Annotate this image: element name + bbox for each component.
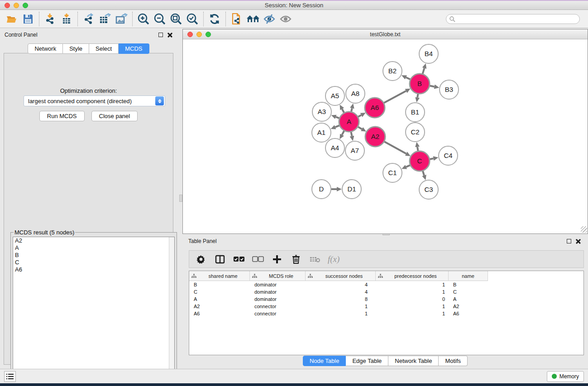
table-row[interactable]: Bdominator41B <box>189 281 583 288</box>
close-network-window-button[interactable] <box>187 32 193 37</box>
tab-motifs[interactable]: Motifs <box>439 356 468 366</box>
edge-A2-C[interactable] <box>384 142 406 153</box>
zoom-fit-button[interactable] <box>168 11 184 27</box>
table-row[interactable]: A6connector11A6 <box>189 310 583 317</box>
import-table-button[interactable] <box>58 11 75 27</box>
column-header-name[interactable]: name <box>449 271 488 281</box>
node-B3[interactable]: B3 <box>440 80 459 99</box>
criterion-dropdown[interactable]: largest connected component (directed) <box>24 95 165 106</box>
open-session-button[interactable] <box>4 11 20 27</box>
node-B2[interactable]: B2 <box>383 62 402 81</box>
edge-B-B1[interactable] <box>417 94 418 98</box>
close-window-button[interactable] <box>5 3 10 8</box>
tab-node-table[interactable]: Node Table <box>303 356 346 366</box>
node-B[interactable]: B <box>410 74 430 94</box>
edge-B-B2[interactable] <box>406 77 410 79</box>
network-canvas[interactable]: B4B2BB3B1A5A8A6A3AA1A4A7A2C2CC4C1C3DD1 <box>184 40 587 232</box>
first-neighbors-button[interactable] <box>245 11 261 27</box>
edge-C-C2[interactable] <box>417 147 418 151</box>
column-header-successor-nodes[interactable]: successor nodes <box>306 271 376 281</box>
float-panel-icon[interactable] <box>158 33 163 37</box>
delete-column-button[interactable] <box>290 253 302 266</box>
mcds-result-item[interactable]: A <box>13 244 174 252</box>
network-from-selection-button[interactable] <box>229 11 245 27</box>
deselect-all-button[interactable] <box>252 253 264 266</box>
tab-style[interactable]: Style <box>63 43 89 54</box>
minimize-network-window-button[interactable] <box>196 32 202 37</box>
node-table[interactable]: shared nameMCDS rolesuccessor nodesprede… <box>189 271 584 355</box>
table-row[interactable]: Adominator80A <box>189 295 583 303</box>
import-network-button[interactable] <box>42 11 58 27</box>
node-B1[interactable]: B1 <box>406 103 425 122</box>
mcds-result-list[interactable]: A2ABCA6 <box>13 237 175 384</box>
export-image-button[interactable] <box>113 11 129 27</box>
table-row[interactable]: A2connector11A2 <box>189 303 583 310</box>
result-scrollbar[interactable] <box>169 237 174 384</box>
mcds-result-item[interactable]: A2 <box>13 237 174 244</box>
edge-B-B3[interactable] <box>430 86 435 87</box>
edge-B-B4[interactable] <box>423 68 425 74</box>
node-A3[interactable]: A3 <box>312 102 331 121</box>
hide-selected-button[interactable] <box>261 11 277 27</box>
float-table-panel-icon[interactable] <box>567 239 571 243</box>
node-C3[interactable]: C3 <box>419 180 438 199</box>
delete-table-button[interactable] <box>309 253 321 266</box>
edge-A-A2[interactable] <box>358 127 362 129</box>
node-C1[interactable]: C1 <box>383 163 402 182</box>
toggle-column-view-button[interactable] <box>214 253 226 266</box>
column-header-predecessor-nodes[interactable]: predecessor nodes <box>376 271 449 281</box>
network-window-controls[interactable] <box>187 32 211 37</box>
node-A5[interactable]: A5 <box>325 86 344 105</box>
zoom-selected-button[interactable] <box>184 11 201 27</box>
window-controls[interactable] <box>5 3 28 8</box>
node-C[interactable]: C <box>410 151 430 171</box>
table-row[interactable]: Cdominator41C <box>189 288 583 295</box>
memory-button[interactable]: Memory <box>547 371 584 382</box>
function-builder-button[interactable]: f(x) <box>328 253 339 266</box>
zoom-network-window-button[interactable] <box>206 32 211 37</box>
close-panel-button[interactable]: Close panel <box>91 111 138 121</box>
search-input[interactable] <box>446 14 580 24</box>
edge-A-A1[interactable] <box>335 125 339 127</box>
edge-C-C3[interactable] <box>423 171 424 176</box>
run-mcds-button[interactable]: Run MCDS <box>39 111 85 121</box>
node-D[interactable]: D <box>312 180 331 199</box>
tab-edge-table[interactable]: Edge Table <box>346 356 388 366</box>
node-A2[interactable]: A2 <box>365 127 385 147</box>
select-all-button[interactable] <box>233 253 245 266</box>
minimize-window-button[interactable] <box>14 3 19 8</box>
show-all-button[interactable] <box>277 11 294 27</box>
node-A7[interactable]: A7 <box>345 141 364 160</box>
tab-mcds[interactable]: MCDS <box>119 43 149 54</box>
edge-A-A6[interactable] <box>358 115 361 117</box>
mcds-result-item[interactable]: C <box>13 259 174 266</box>
mcds-result-item[interactable]: A6 <box>13 266 174 273</box>
edge-A-A3[interactable] <box>336 117 339 118</box>
edge-A-A4[interactable] <box>342 131 344 135</box>
node-A6[interactable]: A6 <box>365 98 385 118</box>
tab-select[interactable]: Select <box>89 43 119 54</box>
tab-network[interactable]: Network <box>28 43 63 54</box>
edge-A-A8[interactable] <box>351 108 352 111</box>
node-A8[interactable]: A8 <box>346 84 365 103</box>
node-A4[interactable]: A4 <box>325 138 344 157</box>
zoom-in-button[interactable] <box>135 11 152 27</box>
create-column-button[interactable] <box>271 253 283 266</box>
close-panel-icon[interactable] <box>167 33 172 38</box>
node-D1[interactable]: D1 <box>342 180 361 199</box>
network-graph[interactable]: B4B2BB3B1A5A8A6A3AA1A4A7A2C2CC4C1C3DD1 <box>184 40 588 233</box>
column-header-MCDS-role[interactable]: MCDS role <box>250 271 306 281</box>
column-header-shared-name[interactable]: shared name <box>189 271 250 281</box>
node-C2[interactable]: C2 <box>406 123 425 142</box>
export-table-button[interactable] <box>97 11 113 27</box>
node-A1[interactable]: A1 <box>312 123 331 142</box>
node-A[interactable]: A <box>339 112 359 132</box>
save-session-button[interactable] <box>20 11 36 27</box>
close-table-panel-icon[interactable] <box>576 239 581 244</box>
zoom-out-button[interactable] <box>152 11 168 27</box>
edge-A-A5[interactable] <box>342 109 344 113</box>
tab-network-table[interactable]: Network Table <box>388 356 439 366</box>
node-B4[interactable]: B4 <box>419 44 438 63</box>
export-network-button[interactable] <box>81 11 97 27</box>
edge-A6-B[interactable] <box>384 91 406 103</box>
